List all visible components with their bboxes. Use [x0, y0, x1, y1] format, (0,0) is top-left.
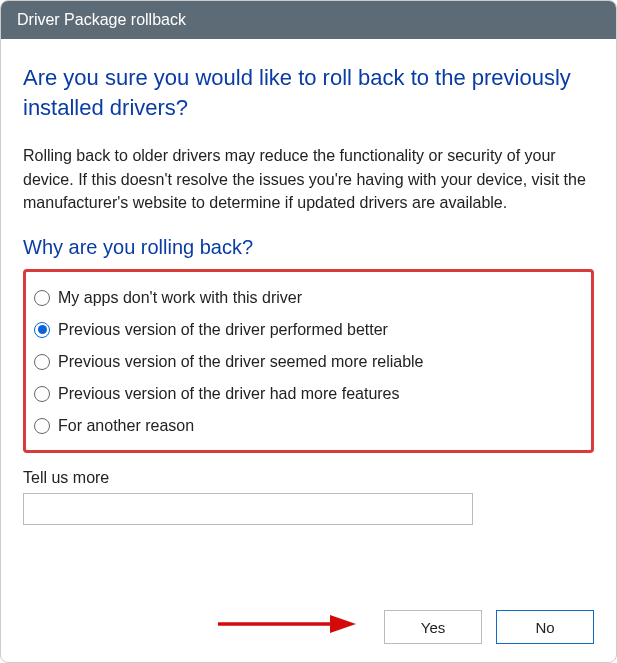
- dialog-window: Driver Package rollback Are you sure you…: [0, 0, 617, 663]
- reason-option-more-reliable[interactable]: Previous version of the driver seemed mo…: [34, 346, 583, 378]
- reason-option-more-features[interactable]: Previous version of the driver had more …: [34, 378, 583, 410]
- tell-us-more-input[interactable]: [23, 493, 473, 525]
- titlebar: Driver Package rollback: [1, 1, 616, 39]
- radio-label: Previous version of the driver had more …: [58, 385, 400, 403]
- dialog-button-row: Yes No: [384, 610, 594, 644]
- radio-label: Previous version of the driver performed…: [58, 321, 388, 339]
- window-title: Driver Package rollback: [17, 11, 186, 28]
- radio-icon: [34, 354, 50, 370]
- dialog-content: Are you sure you would like to roll back…: [1, 39, 616, 662]
- reason-option-apps[interactable]: My apps don't work with this driver: [34, 282, 583, 314]
- annotation-arrow-icon: [216, 612, 356, 636]
- radio-label: For another reason: [58, 417, 194, 435]
- radio-label: Previous version of the driver seemed mo…: [58, 353, 424, 371]
- radio-icon: [34, 322, 50, 338]
- reason-radio-group: My apps don't work with this driver Prev…: [23, 269, 594, 453]
- confirm-heading: Are you sure you would like to roll back…: [23, 63, 594, 122]
- no-button[interactable]: No: [496, 610, 594, 644]
- warning-text: Rolling back to older drivers may reduce…: [23, 144, 594, 214]
- radio-icon: [34, 386, 50, 402]
- reason-option-performed-better[interactable]: Previous version of the driver performed…: [34, 314, 583, 346]
- reason-option-another[interactable]: For another reason: [34, 410, 583, 442]
- reason-subheading: Why are you rolling back?: [23, 236, 594, 259]
- tell-us-more-label: Tell us more: [23, 469, 594, 487]
- radio-icon: [34, 290, 50, 306]
- radio-icon: [34, 418, 50, 434]
- svg-marker-1: [330, 615, 356, 633]
- yes-button[interactable]: Yes: [384, 610, 482, 644]
- radio-label: My apps don't work with this driver: [58, 289, 302, 307]
